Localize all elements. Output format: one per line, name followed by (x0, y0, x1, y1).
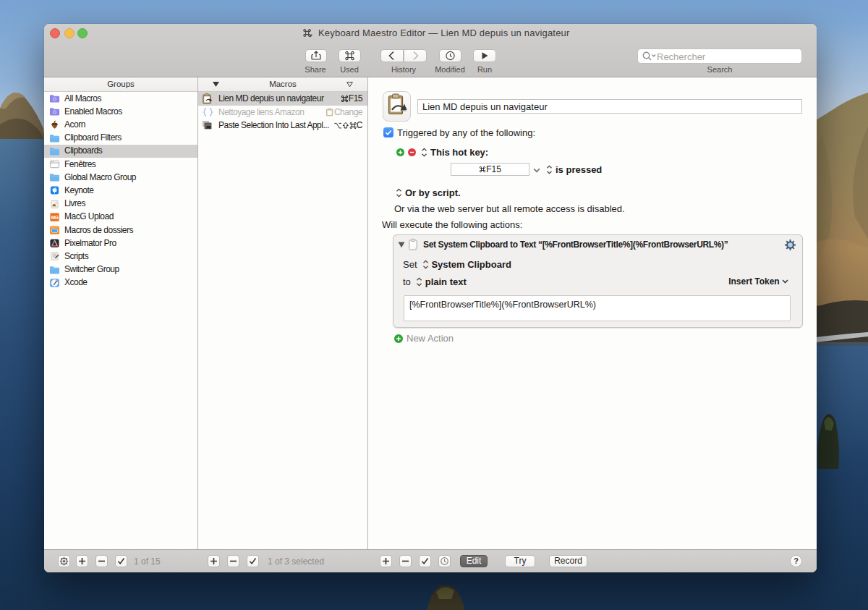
svg-text:MG: MG (51, 215, 59, 220)
